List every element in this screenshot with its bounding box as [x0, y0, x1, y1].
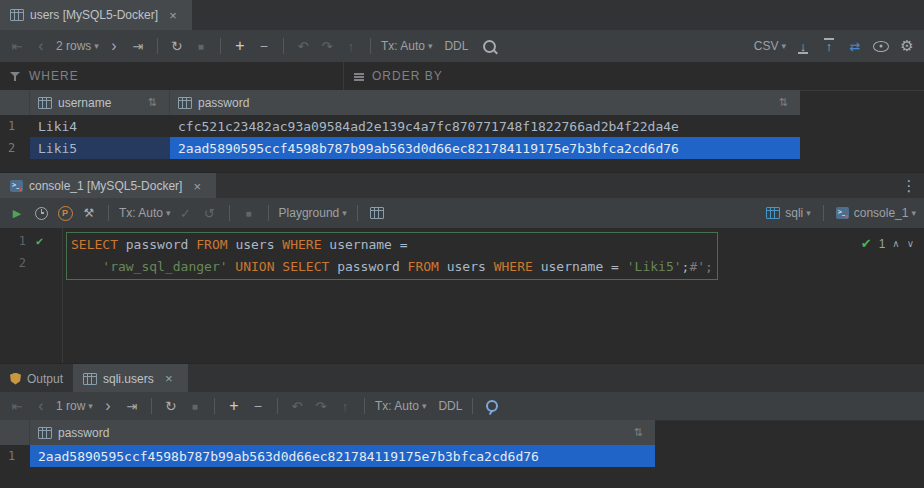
column-icon: [178, 97, 192, 109]
cell-password-selected[interactable]: 2aad5890595ccf4598b787b99ab563d0d66ec821…: [30, 445, 655, 467]
playground-mode-dropdown[interactable]: Playground: [279, 206, 347, 220]
sort-toggle-icon[interactable]: [774, 94, 792, 112]
close-icon[interactable]: [188, 177, 206, 195]
undo-icon[interactable]: [288, 397, 306, 415]
editor-gutter: 1 2 ✔: [0, 228, 63, 363]
tab-users-label: users [MySQL5-Docker]: [30, 8, 158, 22]
prev-statement-icon[interactable]: ∧: [892, 238, 899, 249]
export-download-icon[interactable]: [794, 37, 812, 55]
results-tabbar: Output sqli.users: [0, 363, 924, 394]
reload-icon[interactable]: [168, 37, 186, 55]
add-row-icon[interactable]: [231, 37, 249, 55]
table-row-selected[interactable]: 1 2aad5890595ccf4598b787b99ab563d0d66ec8…: [0, 445, 655, 467]
pin-tab-icon[interactable]: [483, 397, 501, 415]
compare-icon[interactable]: [846, 37, 864, 55]
executed-statement-box[interactable]: SELECT password FROM users WHERE usernam…: [66, 232, 718, 280]
session-dropdown[interactable]: console_1: [836, 206, 916, 220]
export-format-dropdown[interactable]: CSV: [754, 39, 786, 53]
next-page-icon[interactable]: [105, 37, 123, 55]
console-toolbar-right: sqli console_1: [766, 205, 916, 221]
cell-password-selected[interactable]: 2aad5890595ccf4598b787b99ab563d0d66ec821…: [170, 137, 800, 159]
cell-password[interactable]: cfc521c23482ac93a09584ad2e139c4a7fc87077…: [170, 115, 800, 137]
view-options-icon[interactable]: [872, 37, 890, 55]
output-layout-icon[interactable]: [368, 204, 386, 222]
console-tabbar: console_1 [MySQL5-Docker]: [0, 172, 924, 200]
tab-result-grid[interactable]: sqli.users: [73, 364, 188, 393]
submit-icon[interactable]: [336, 397, 354, 415]
redo-icon[interactable]: [312, 397, 330, 415]
undo-icon[interactable]: [294, 37, 312, 55]
first-page-icon[interactable]: [8, 397, 26, 415]
output-shield-icon: [10, 373, 21, 385]
sort-toggle-icon[interactable]: [629, 424, 647, 442]
more-options-kebab-icon[interactable]: [900, 177, 918, 195]
page-size-dropdown[interactable]: 1 row: [56, 399, 93, 413]
ddl-button[interactable]: DDL: [444, 39, 468, 53]
sort-toggle-icon[interactable]: [143, 94, 161, 112]
stop-icon[interactable]: [240, 204, 258, 222]
cell-username[interactable]: Liki4: [30, 115, 170, 137]
tab-result-label: sqli.users: [103, 372, 154, 386]
tx-mode-dropdown[interactable]: Tx: Auto: [375, 399, 427, 413]
previous-page-icon[interactable]: [32, 397, 50, 415]
search-icon[interactable]: [480, 37, 498, 55]
sql-line-1[interactable]: SELECT password FROM users WHERE usernam…: [71, 234, 713, 256]
stop-icon[interactable]: [192, 37, 210, 55]
wrench-settings-icon[interactable]: [80, 204, 98, 222]
order-by-filter[interactable]: ORDER BY: [344, 62, 453, 90]
history-clock-icon[interactable]: [32, 204, 50, 222]
cell-username[interactable]: Liki5: [30, 137, 170, 159]
result-toolbar: 1 row Tx: Auto DDL: [0, 392, 924, 421]
add-row-icon[interactable]: [225, 397, 243, 415]
last-page-icon[interactable]: [129, 37, 147, 55]
tab-output[interactable]: Output: [0, 364, 73, 393]
success-count: 1: [879, 237, 886, 251]
ddl-button[interactable]: DDL: [438, 399, 462, 413]
where-filter[interactable]: WHERE: [0, 62, 343, 90]
sql-editor[interactable]: 1 2 ✔ SELECT password FROM users WHERE u…: [0, 228, 924, 363]
column-header-password[interactable]: password: [30, 420, 655, 445]
table-row-selected[interactable]: 2 Liki5 2aad5890595ccf4598b787b99ab563d0…: [0, 137, 800, 159]
result-grid-header: password: [0, 420, 655, 445]
table-row[interactable]: 1 Liki4 cfc521c23482ac93a09584ad2e139c4a…: [0, 115, 800, 137]
table-icon: [83, 373, 97, 385]
parameters-icon[interactable]: [56, 204, 74, 222]
stop-icon[interactable]: [186, 397, 204, 415]
schema-dropdown[interactable]: sqli: [766, 206, 811, 220]
tx-mode-dropdown[interactable]: Tx: Auto: [381, 39, 433, 53]
rollback-icon[interactable]: [201, 204, 219, 222]
next-page-icon[interactable]: [99, 397, 117, 415]
column-header-username[interactable]: username: [30, 90, 170, 115]
success-check-icon: ✔: [861, 236, 872, 251]
divider: [370, 38, 371, 54]
sql-line-2[interactable]: 'raw_sql_danger' UNION SELECT password F…: [71, 256, 713, 278]
first-page-icon[interactable]: [8, 37, 26, 55]
previous-page-icon[interactable]: [32, 37, 50, 55]
redo-icon[interactable]: [318, 37, 336, 55]
column-header-password[interactable]: password: [170, 90, 800, 115]
import-upload-icon[interactable]: [820, 37, 838, 55]
tx-mode-dropdown[interactable]: Tx: Auto: [119, 206, 171, 220]
tab-console[interactable]: console_1 [MySQL5-Docker]: [0, 173, 216, 199]
tab-console-label: console_1 [MySQL5-Docker]: [29, 179, 182, 193]
statement-success-check-icon[interactable]: ✔: [36, 234, 43, 248]
last-page-icon[interactable]: [123, 397, 141, 415]
reload-icon[interactable]: [162, 397, 180, 415]
tab-users-table[interactable]: users [MySQL5-Docker]: [0, 0, 192, 30]
page-size-dropdown[interactable]: 2 rows: [56, 39, 99, 53]
column-icon: [38, 97, 52, 109]
execution-result-badge: ✔ 1 ∧ ∨: [861, 236, 914, 251]
delete-row-icon[interactable]: [249, 397, 267, 415]
row-number[interactable]: 1: [0, 445, 30, 467]
row-number[interactable]: 1: [0, 115, 30, 137]
close-icon[interactable]: [164, 6, 182, 24]
delete-row-icon[interactable]: [255, 37, 273, 55]
settings-gear-icon[interactable]: [898, 37, 916, 55]
next-statement-icon[interactable]: ∨: [907, 238, 914, 249]
submit-icon[interactable]: [342, 37, 360, 55]
row-number[interactable]: 2: [0, 137, 30, 159]
commit-icon[interactable]: [177, 204, 195, 222]
close-icon[interactable]: [160, 370, 178, 388]
order-by-label: ORDER BY: [372, 69, 443, 83]
run-icon[interactable]: [8, 204, 26, 222]
